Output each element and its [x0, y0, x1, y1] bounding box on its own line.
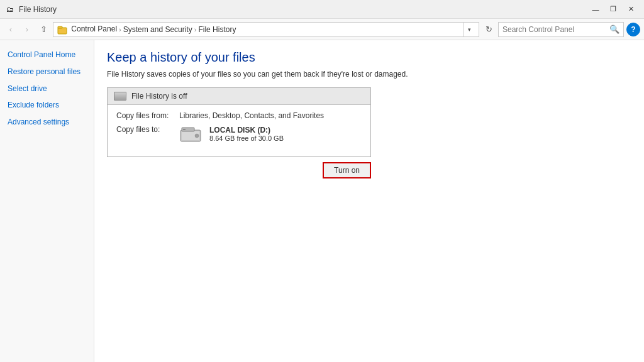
- copy-to-label: Copy files to:: [116, 125, 179, 143]
- minimize-button[interactable]: —: [587, 3, 604, 16]
- breadcrumb-root: Control Panel: [57, 25, 117, 35]
- fh-drive-info: LOCAL DISK (D:) 8.64 GB free of 30.0 GB: [209, 126, 284, 142]
- drive-space: 8.64 GB free of 30.0 GB: [209, 134, 284, 142]
- search-box[interactable]: 🔍: [498, 22, 624, 37]
- sidebar-item-exclude[interactable]: Exclude folders: [0, 97, 94, 114]
- breadcrumb: Control Panel › System and Security › Fi…: [57, 25, 461, 35]
- close-button[interactable]: ✕: [623, 3, 639, 16]
- app-icon: 🗂: [5, 4, 15, 14]
- address-box[interactable]: Control Panel › System and Security › Fi…: [53, 22, 479, 37]
- restore-button[interactable]: ❐: [605, 3, 621, 16]
- svg-rect-6: [183, 129, 186, 130]
- search-input[interactable]: [502, 25, 607, 34]
- help-button[interactable]: ?: [626, 23, 640, 36]
- title-bar: 🗂 File History — ❐ ✕: [0, 0, 644, 19]
- breadcrumb-part2: System and Security: [123, 25, 192, 34]
- breadcrumb-sep1: ›: [119, 26, 121, 33]
- fh-details: Copy files from: Libraries, Desktop, Con…: [108, 105, 370, 156]
- up-button[interactable]: ⇧: [36, 23, 50, 36]
- forward-button[interactable]: ›: [20, 23, 34, 36]
- fh-status-bar: File History is off: [108, 88, 370, 105]
- sidebar-item-home[interactable]: Control Panel Home: [0, 47, 94, 63]
- copy-to-row: Copy files to:: [116, 125, 362, 143]
- breadcrumb-sep2: ›: [194, 26, 197, 33]
- copy-from-value: Libraries, Desktop, Contacts, and Favori…: [179, 111, 324, 120]
- copy-from-label: Copy files from:: [116, 111, 179, 120]
- drive-icon-small: [114, 92, 126, 101]
- fh-drive-row: LOCAL DISK (D:) 8.64 GB free of 30.0 GB: [179, 125, 284, 143]
- address-dropdown-arrow[interactable]: ▾: [464, 23, 475, 36]
- search-icon: 🔍: [609, 25, 619, 34]
- window-controls: — ❐ ✕: [587, 3, 639, 16]
- drive-name: LOCAL DISK (D:): [209, 126, 284, 134]
- window-title: File History: [19, 5, 57, 14]
- sidebar-item-advanced[interactable]: Advanced settings: [0, 114, 94, 131]
- action-area: Turn on: [107, 162, 371, 178]
- breadcrumb-part3: File History: [198, 25, 236, 34]
- drive-icon-large: [179, 125, 202, 143]
- address-bar: ‹ › ⇧ Control Panel › System and Securit…: [0, 19, 644, 40]
- svg-point-4: [195, 134, 199, 138]
- refresh-button[interactable]: ↻: [482, 23, 496, 36]
- back-button[interactable]: ‹: [4, 23, 18, 36]
- turn-on-button[interactable]: Turn on: [323, 162, 371, 178]
- copy-from-row: Copy files from: Libraries, Desktop, Con…: [116, 111, 362, 120]
- fh-status-text: File History is off: [131, 92, 187, 101]
- file-history-box: File History is off Copy files from: Lib…: [107, 87, 371, 157]
- page-subtitle: File History saves copies of your files …: [107, 70, 631, 79]
- sidebar-item-select-drive[interactable]: Select drive: [0, 80, 94, 97]
- page-title: Keep a history of your files: [107, 50, 631, 65]
- sidebar-item-restore[interactable]: Restore personal files: [0, 63, 94, 80]
- sidebar: Control Panel Home Restore personal file…: [0, 40, 94, 362]
- svg-rect-1: [58, 26, 62, 28]
- main-area: Control Panel Home Restore personal file…: [0, 40, 644, 362]
- content-area: Keep a history of your files File Histor…: [94, 40, 644, 362]
